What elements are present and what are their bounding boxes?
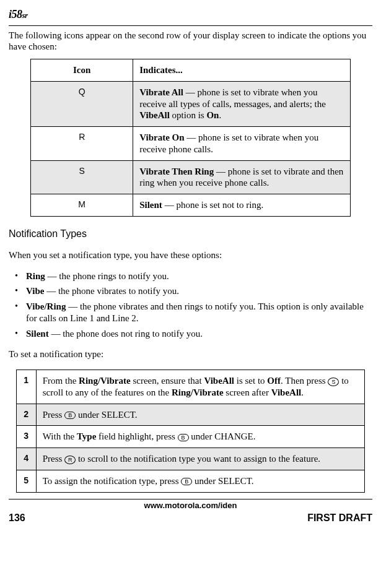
page-number: 136 (9, 512, 25, 524)
step-row: 1 From the Ring/Vibrate screen, ensure t… (16, 370, 365, 404)
step-number: 3 (16, 426, 36, 448)
row-description: Vibrate All — phone is set to vibrate wh… (133, 81, 351, 126)
vibrate-on-icon: R (31, 127, 133, 161)
draft-label: FIRST DRAFT (307, 512, 372, 524)
step-row: 3 With the Type field highlight, press B… (16, 426, 365, 448)
list-item: Silent — the phone does not ring to noti… (9, 328, 372, 340)
table-row: S Vibrate Then Ring — phone is set to vi… (31, 160, 351, 194)
step-number: 2 (16, 404, 36, 426)
table-row: Q Vibrate All — phone is set to vibrate … (31, 81, 351, 126)
step-number: 5 (16, 470, 36, 492)
silent-icon: M (31, 194, 133, 217)
product-logo: i58sr (9, 7, 372, 22)
row-description: Vibrate Then Ring — phone is set to vibr… (133, 160, 351, 194)
section-heading: Notification Types (9, 228, 372, 240)
nav-key-icon: S (328, 378, 339, 386)
list-item: Ring — the phone rings to notify you. (9, 270, 372, 282)
steps-table: 1 From the Ring/Vibrate screen, ensure t… (16, 370, 366, 493)
logo-main: i58 (9, 8, 22, 20)
list-item: Vibe — the phone vibrates to notify you. (9, 285, 372, 297)
step-text: Press R to scroll to the notification ty… (36, 448, 365, 470)
intro-paragraph: The following icons appear on the second… (9, 30, 372, 53)
icon-indicates-table: Icon Indicates... Q Vibrate All — phone … (30, 59, 351, 217)
table-row: M Silent — phone is set not to ring. (31, 194, 351, 217)
step-text: With the Type field highlight, press B u… (36, 426, 365, 448)
softkey-icon: B (178, 434, 189, 441)
options-list: Ring — the phone rings to notify you. Vi… (9, 270, 372, 340)
table-row: R Vibrate On — phone is set to vibrate w… (31, 127, 351, 161)
step-text: From the Ring/Vibrate screen, ensure tha… (36, 370, 365, 404)
table-header-row: Icon Indicates... (31, 59, 351, 82)
nav-key-icon: R (64, 456, 76, 464)
step-row: 2 Press B under SELECT. (16, 404, 365, 426)
vibrate-then-ring-icon: S (31, 160, 133, 194)
step-row: 5 To assign the notification type, press… (16, 470, 365, 492)
list-item: Vibe/Ring — the phone vibrates and then … (9, 301, 372, 324)
step-text: To assign the notification type, press B… (36, 470, 365, 492)
header-indicates: Indicates... (133, 59, 351, 82)
footer-url: www.motorola.com/iden (9, 499, 372, 511)
vibrate-all-icon: Q (31, 81, 133, 126)
header-divider (9, 25, 372, 26)
step-number: 1 (16, 370, 36, 404)
logo-suffix: sr (22, 11, 28, 20)
footer-line: 136 FIRST DRAFT (9, 512, 372, 524)
section-lead-2: To set a notification type: (9, 348, 372, 360)
section-lead: When you set a notification type, you ha… (9, 249, 372, 261)
softkey-icon: B (64, 412, 76, 419)
step-number: 4 (16, 448, 36, 470)
header-icon: Icon (31, 59, 133, 82)
softkey-icon: B (181, 478, 192, 485)
row-description: Vibrate On — phone is set to vibrate whe… (133, 127, 351, 161)
row-description: Silent — phone is set not to ring. (133, 194, 351, 217)
step-row: 4 Press R to scroll to the notification … (16, 448, 365, 470)
step-text: Press B under SELECT. (36, 404, 365, 426)
